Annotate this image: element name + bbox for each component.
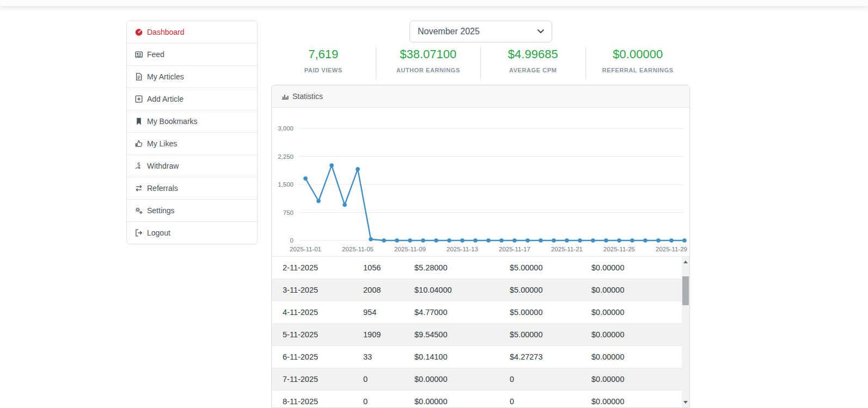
data-point (682, 238, 687, 243)
cell-referral-earnings: $0.00000 (591, 375, 689, 384)
sidebar-item-logout[interactable]: Logout (127, 221, 257, 244)
cell-views: 0 (363, 397, 414, 406)
y-tick-label: 3,000 (278, 125, 294, 132)
hand-holding-usd-icon (135, 162, 143, 170)
cell-cpm: 0 (510, 397, 591, 406)
sidebar-item-my-likes[interactable]: My Likes (127, 132, 257, 154)
cell-views: 1056 (363, 263, 414, 272)
sidebar-item-settings[interactable]: Settings (127, 199, 257, 221)
bar-chart-icon (281, 92, 289, 101)
data-point (512, 238, 517, 243)
cogs-icon (135, 206, 143, 215)
data-point (460, 238, 464, 243)
cell-referral-earnings: $0.00000 (591, 330, 689, 339)
stat-referral-earnings: $0.00000 REFERRAL EARNINGS (585, 47, 690, 79)
sidebar-item-my-articles[interactable]: My Articles (127, 65, 257, 88)
cell-cpm: 0 (510, 375, 591, 384)
sidebar-item-my-bookmarks[interactable]: My Bookmarks (127, 110, 257, 132)
sidebar-menu: DashboardFeedMy ArticlesAdd ArticleMy Bo… (126, 21, 258, 244)
sidebar-item-label: Referrals (147, 184, 178, 193)
data-point (643, 238, 647, 243)
cell-cpm: $5.00000 (510, 263, 591, 272)
data-point (578, 238, 582, 243)
cell-cpm: $4.27273 (510, 353, 591, 361)
scroll-down-arrow[interactable] (682, 398, 689, 406)
sidebar-item-label: Dashboard (147, 28, 185, 36)
sidebar-item-label: My Articles (147, 72, 184, 81)
sidebar-item-label: My Bookmarks (147, 117, 198, 126)
cell-earnings: $0.00000 (414, 397, 510, 406)
cell-date: 7-11-2025 (272, 375, 363, 384)
cell-views: 33 (363, 353, 414, 361)
data-point (434, 238, 438, 243)
cell-referral-earnings: $0.00000 (591, 286, 689, 294)
card-title: Statistics (292, 92, 323, 101)
views-line (305, 165, 684, 240)
thumbs-up-icon (135, 139, 143, 148)
month-select-value: November 2025 (418, 27, 480, 36)
y-tick-label: 2,250 (278, 153, 294, 160)
tachometer-icon (135, 28, 143, 36)
table-row: 4-11-2025954$4.77000$5.00000$0.00000 (272, 301, 689, 324)
data-point (486, 238, 491, 243)
sidebar-item-referrals[interactable]: Referrals (127, 177, 257, 199)
data-point (316, 199, 321, 203)
sidebar-item-label: Settings (147, 206, 175, 215)
stat-label: AUTHOR EARNINGS (376, 67, 481, 73)
stats-row: 7,619 PAID VIEWS $38.07100 AUTHOR EARNIN… (271, 47, 690, 79)
data-point (656, 238, 661, 243)
data-point (630, 238, 634, 243)
sidebar-item-dashboard[interactable]: Dashboard (127, 21, 257, 43)
table-row: 3-11-20252008$10.04000$5.00000$0.00000 (272, 279, 689, 301)
cell-earnings: $5.28000 (414, 263, 510, 272)
cell-date: 3-11-2025 (272, 286, 363, 294)
cell-cpm: $5.00000 (510, 330, 591, 339)
statistics-card: Statistics 07501,5002,2503,0002025-11-01… (271, 85, 690, 408)
data-point (591, 238, 595, 243)
stat-value: $0.00000 (586, 47, 690, 61)
cell-earnings: $9.54500 (414, 330, 510, 339)
stat-value: 7,619 (271, 47, 376, 61)
x-tick-label: 2025-11-01 (290, 246, 321, 252)
cell-earnings: $10.04000 (414, 286, 510, 294)
cell-views: 0 (363, 375, 414, 384)
bookmark-icon (135, 117, 143, 126)
data-point (447, 238, 451, 243)
statistics-card-header: Statistics (272, 85, 689, 108)
x-tick-label: 2025-11-09 (394, 246, 426, 252)
cell-views: 2008 (363, 286, 414, 294)
stats-table-viewport[interactable]: 2-11-20251056$5.28000$5.00000$0.000003-1… (272, 256, 689, 407)
data-point (552, 238, 556, 243)
cell-date: 2-11-2025 (272, 263, 363, 272)
y-tick-label: 750 (283, 209, 294, 216)
stats-table: 2-11-20251056$5.28000$5.00000$0.000003-1… (272, 257, 689, 407)
cell-views: 1909 (363, 330, 414, 339)
table-scrollbar[interactable] (682, 257, 689, 407)
sidebar-item-label: Add Article (147, 95, 184, 103)
plus-square-icon (135, 95, 143, 103)
cell-date: 8-11-2025 (272, 397, 363, 406)
sidebar-item-feed[interactable]: Feed (127, 43, 257, 65)
data-point (356, 167, 360, 171)
data-point (604, 238, 608, 243)
data-point (382, 238, 386, 243)
sidebar-item-withdraw[interactable]: Withdraw (127, 154, 257, 177)
file-icon (135, 72, 143, 81)
chevron-down-icon (537, 29, 544, 34)
data-point (539, 238, 543, 243)
cell-referral-earnings: $0.00000 (591, 263, 689, 272)
cell-views: 954 (363, 308, 414, 317)
x-tick-label: 2025-11-05 (342, 246, 374, 252)
month-select[interactable]: November 2025 (409, 21, 552, 42)
x-tick-label: 2025-11-13 (447, 246, 478, 252)
x-tick-label: 2025-11-29 (656, 246, 687, 252)
sidebar-item-label: Feed (147, 50, 164, 59)
data-point (369, 237, 373, 242)
data-point (343, 203, 347, 207)
table-row: 2-11-20251056$5.28000$5.00000$0.00000 (272, 257, 689, 279)
sidebar-item-add-article[interactable]: Add Article (127, 88, 257, 110)
scrollbar-thumb[interactable] (682, 276, 689, 305)
data-point (617, 238, 621, 243)
newspaper-icon (135, 50, 143, 59)
scroll-up-arrow[interactable] (682, 258, 689, 266)
